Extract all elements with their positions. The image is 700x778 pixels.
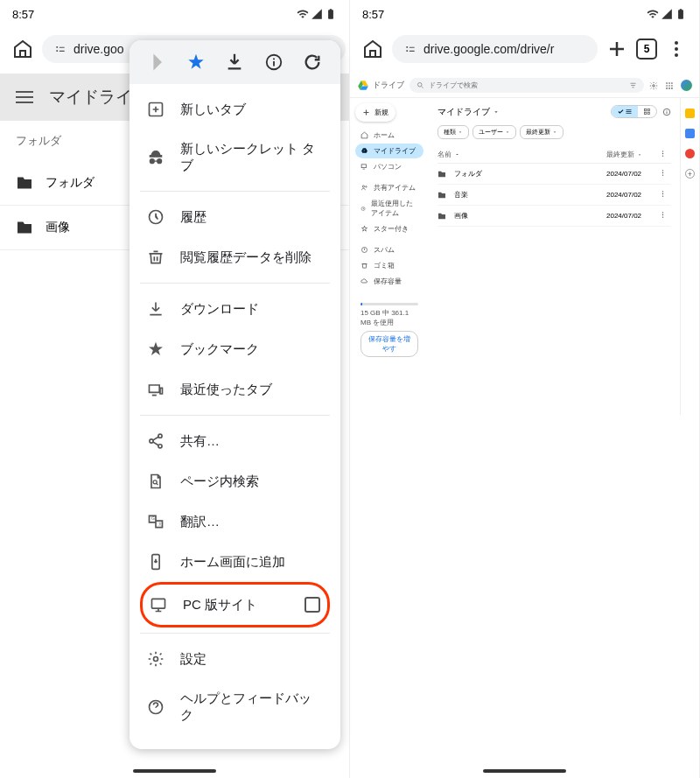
plus-icon <box>362 109 370 116</box>
menu-bookmarks[interactable]: ブックマーク <box>140 329 330 369</box>
folder-icon <box>438 213 446 220</box>
avatar[interactable] <box>681 80 692 91</box>
keep-icon[interactable] <box>685 109 695 118</box>
menu-translate[interactable]: G文 翻訳… <box>140 501 330 542</box>
forward-icon[interactable] <box>148 53 167 72</box>
download-icon[interactable] <box>225 53 244 72</box>
menu-label: PC 版サイト <box>183 597 257 613</box>
svg-point-29 <box>366 186 368 188</box>
search-placeholder: ドライブで検索 <box>429 81 478 90</box>
status-time: 8:57 <box>12 8 34 21</box>
col-modified[interactable]: 最終更新 <box>606 150 659 159</box>
new-button[interactable]: 新規 <box>355 103 396 122</box>
info-icon[interactable] <box>264 53 284 72</box>
url-bar[interactable]: drive.google.com/drive/r <box>392 35 598 63</box>
menu-help[interactable]: ヘルプとフィードバック <box>140 679 330 735</box>
menu-new-incognito[interactable]: 新しいシークレット タブ <box>140 130 330 186</box>
sidebar-mydrive[interactable]: マイドライブ <box>355 144 424 158</box>
filter-user[interactable]: ユーザー <box>472 125 516 139</box>
right-phone: 8:57 drive.google.com/drive/r 5 ドライブ ドライ… <box>350 0 700 778</box>
info-icon[interactable] <box>662 108 671 116</box>
more-icon[interactable] <box>666 39 687 60</box>
search-input[interactable]: ドライブで検索 <box>410 78 644 93</box>
menu-add-to-home[interactable]: ホーム画面に追加 <box>140 542 330 582</box>
view-toggle[interactable] <box>611 105 657 118</box>
svg-point-17 <box>653 84 655 87</box>
drive-logo-icon <box>357 80 369 92</box>
list-row[interactable]: 画像 2024/07/02 <box>438 206 671 227</box>
svg-text:G: G <box>151 515 155 521</box>
grid-view[interactable] <box>638 106 656 117</box>
status-bar: 8:57 <box>350 0 699 25</box>
sidebar-trash[interactable]: ゴミ箱 <box>355 258 424 273</box>
site-settings-icon <box>404 43 416 55</box>
sidebar-computers[interactable]: パソコン <box>355 159 424 174</box>
filter-modified[interactable]: 最終更新 <box>520 125 564 139</box>
new-label: 新規 <box>374 108 388 117</box>
help-icon <box>147 698 164 716</box>
people-icon <box>360 184 368 192</box>
storage-upgrade-button[interactable]: 保存容量を増やす <box>360 331 418 357</box>
more-icon[interactable] <box>659 150 667 158</box>
list-row[interactable]: フォルダ 2024/07/02 <box>438 164 671 185</box>
menu-history[interactable]: 履歴 <box>140 197 330 237</box>
menu-new-tab[interactable]: 新しいタブ <box>140 89 330 130</box>
new-tab-icon[interactable] <box>606 39 627 60</box>
clock-icon <box>360 205 366 213</box>
svg-point-19 <box>668 82 670 84</box>
sidebar-starred[interactable]: スター付き <box>355 221 424 236</box>
menu-label: 最近使ったタブ <box>180 382 272 398</box>
hamburger-icon[interactable] <box>16 91 33 103</box>
list-view[interactable] <box>612 106 638 117</box>
sidebar-spam[interactable]: スパム <box>355 242 424 257</box>
more-icon[interactable] <box>659 211 667 219</box>
refresh-icon[interactable] <box>303 53 322 72</box>
star-icon[interactable] <box>186 53 206 72</box>
nav-bar <box>0 755 349 778</box>
menu-clear-data[interactable]: 閲覧履歴データを削除 <box>140 237 330 277</box>
nav-bar <box>350 755 699 778</box>
trash-icon <box>147 249 164 266</box>
col-name[interactable]: 名前 <box>438 150 606 159</box>
sidebar-storage[interactable]: 保存容量 <box>355 274 424 289</box>
sidebar-shared[interactable]: 共有アイテム <box>355 180 424 195</box>
add-app-icon[interactable]: + <box>685 169 695 179</box>
menu-share[interactable]: 共有… <box>140 421 330 461</box>
gear-icon[interactable] <box>649 81 658 90</box>
breadcrumb[interactable]: マイドライブ <box>438 106 500 118</box>
home-icon[interactable] <box>362 39 383 60</box>
status-icons <box>297 8 337 20</box>
list-icon <box>625 108 633 116</box>
sidebar-home[interactable]: ホーム <box>355 128 424 143</box>
devices-icon <box>360 163 368 171</box>
menu-recent-tabs[interactable]: 最近使ったタブ <box>140 369 330 410</box>
apps-icon[interactable] <box>665 81 674 90</box>
svg-point-23 <box>671 85 673 87</box>
contacts-icon[interactable] <box>685 149 695 158</box>
sidebar-recent[interactable]: 最近使用したアイテム <box>355 196 424 221</box>
list-row[interactable]: 音楽 2024/07/02 <box>438 185 671 206</box>
url-text: drive.goo <box>74 42 124 56</box>
home-icon[interactable] <box>12 39 33 60</box>
menu-find-in-page[interactable]: ページ内検索 <box>140 461 330 501</box>
main-header: マイドライブ <box>438 105 671 118</box>
drive-icon <box>360 147 368 155</box>
tasks-icon[interactable] <box>685 129 695 138</box>
menu-desktop-site[interactable]: PC 版サイト <box>140 582 330 627</box>
drive-desktop-app: ドライブ ドライブで検索 新規 ホーム マイドライブ <box>350 74 699 415</box>
svg-point-11 <box>154 657 158 662</box>
more-icon[interactable] <box>659 169 667 177</box>
svg-point-15 <box>675 53 678 57</box>
filter-type[interactable]: 種類 <box>438 125 469 139</box>
drive-main: マイドライブ 種類 ユーザー 最終更新 <box>429 98 680 415</box>
star-icon <box>360 225 368 233</box>
filter-icon[interactable] <box>629 81 637 89</box>
checkbox[interactable] <box>304 597 320 613</box>
left-phone: 8:57 drive.goo マイドライ フォルダ フォルダ 画像 <box>0 0 350 778</box>
menu-downloads[interactable]: ダウンロード <box>140 289 330 329</box>
more-icon[interactable] <box>659 190 667 198</box>
menu-settings[interactable]: 設定 <box>140 639 330 679</box>
drive-logo[interactable]: ドライブ <box>357 80 404 92</box>
drive-top-bar: ドライブ ドライブで検索 <box>350 74 699 98</box>
tab-count[interactable]: 5 <box>636 39 657 60</box>
